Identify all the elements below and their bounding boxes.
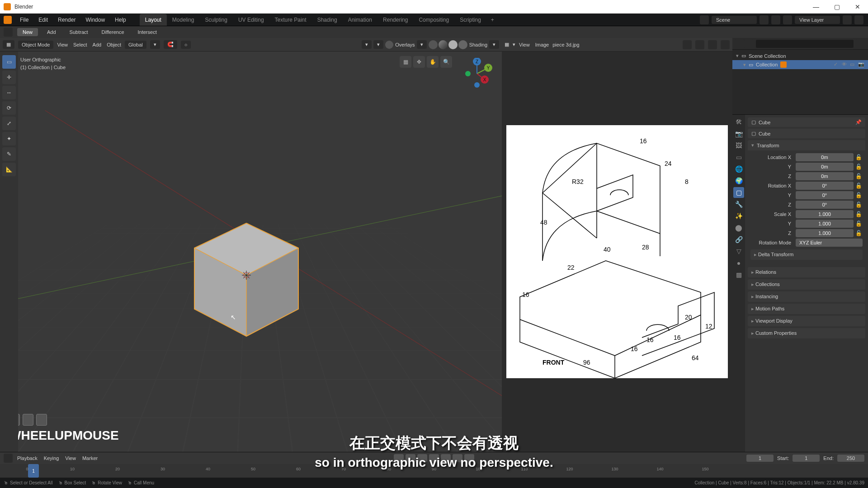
proptab-render-icon[interactable]: 📷 xyxy=(733,128,744,139)
blender-icon[interactable] xyxy=(4,16,12,24)
outliner-type-icon[interactable] xyxy=(735,39,744,48)
disable-render-icon[interactable]: 📷 xyxy=(858,61,864,68)
image-canvas[interactable]: 16 24 8 R32 48 40 28 16 22 96 64 20 16 1… xyxy=(502,52,732,452)
overlays-toggle[interactable] xyxy=(385,41,393,49)
instancing-panel[interactable]: ▸ Instancing xyxy=(748,291,865,302)
tl-menu-keying[interactable]: Keying xyxy=(44,455,59,461)
proptab-data-icon[interactable]: ▽ xyxy=(733,246,744,257)
mode-dropdown[interactable]: Object Mode xyxy=(18,41,53,49)
timeline-type-icon[interactable] xyxy=(4,454,13,463)
rotation-x-field[interactable]: 0° xyxy=(796,182,854,190)
tool-measure[interactable]: 📐 xyxy=(2,163,16,176)
proportional-toggle[interactable]: ○ xyxy=(181,41,191,49)
workspace-tab-compositing[interactable]: Compositing xyxy=(413,14,454,26)
proptab-material-icon[interactable]: ● xyxy=(733,258,744,268)
vp-menu-object[interactable]: Object xyxy=(107,42,121,47)
end-frame-field[interactable]: 250 xyxy=(837,455,864,462)
vp-menu-view[interactable]: View xyxy=(57,42,68,47)
viewlayer-browse-icon[interactable] xyxy=(783,15,792,24)
workspace-tab-modeling[interactable]: Modeling xyxy=(167,14,200,26)
viewlayer-delete-icon[interactable] xyxy=(854,15,863,24)
hide-render-icon[interactable]: ▭ xyxy=(850,61,856,68)
autokey-toggle[interactable] xyxy=(394,454,404,462)
workspace-tab-sculpting[interactable]: Sculpting xyxy=(200,14,233,26)
cube-object[interactable] xyxy=(194,223,298,336)
proptab-texture-icon[interactable]: ▩ xyxy=(733,269,744,280)
viewlayer-new-icon[interactable] xyxy=(843,15,852,24)
viewport-display-panel[interactable]: ▸ Viewport Display xyxy=(748,316,865,326)
object-visibility-dropdown[interactable]: ▾ xyxy=(362,40,372,49)
timeline-ruler[interactable]: 1 0102030405060708090100110120130140150 xyxy=(0,464,868,478)
image-name-field[interactable]: piece 3d.jpg xyxy=(552,42,679,47)
tl-menu-view[interactable]: View xyxy=(65,455,76,461)
image-editor[interactable]: ▦ ▾ View Image piece 3d.jpg xyxy=(502,38,732,452)
play-reverse-button[interactable] xyxy=(429,454,439,462)
tool-transform[interactable]: ✦ xyxy=(2,132,16,145)
menu-window[interactable]: Window xyxy=(81,15,109,25)
workspace-tab-scripting[interactable]: Scripting xyxy=(454,14,486,26)
pin-icon[interactable]: 📌 xyxy=(855,119,862,125)
lock-icon[interactable]: 🔓 xyxy=(855,154,863,160)
gizmo-grid-icon[interactable]: ▦ xyxy=(400,56,411,68)
scale-z-field[interactable]: 1.000 xyxy=(796,229,854,237)
tl-menu-marker[interactable]: Marker xyxy=(82,455,98,461)
play-button[interactable] xyxy=(441,454,451,462)
tool-rotate[interactable]: ⟳ xyxy=(2,101,16,115)
jump-end-button[interactable] xyxy=(464,454,474,462)
properties-panel[interactable]: 🛠 📷 🖼 ▭ 🌐 🌍 ▢ 🔧 ✨ ⬤ 🔗 ▽ ● ▩ ▢Cube 📌 xyxy=(732,115,868,452)
transform-panel-header[interactable]: ▾Transform xyxy=(748,140,865,150)
tool-scale[interactable]: ⤢ xyxy=(2,117,16,130)
location-x-field[interactable]: 0m xyxy=(796,153,854,161)
shading-wireframe-button[interactable] xyxy=(429,40,438,49)
bool-new-button[interactable]: New xyxy=(17,28,38,36)
object-name-field[interactable]: ▢Cube xyxy=(748,129,865,138)
scene-name-field[interactable]: Scene xyxy=(712,16,757,24)
proptab-scene-icon[interactable]: 🌐 xyxy=(733,164,744,174)
gizmo-hand-icon[interactable]: ✋ xyxy=(427,56,439,68)
scale-x-field[interactable]: 1.000 xyxy=(796,210,854,218)
pivot-dropdown[interactable]: ▾ xyxy=(150,40,160,49)
vp-menu-select[interactable]: Select xyxy=(73,42,87,47)
tool-select[interactable]: ▭ xyxy=(2,55,16,69)
gizmo-arrows-icon[interactable]: ✥ xyxy=(413,56,425,68)
snap-toggle[interactable]: 🧲 xyxy=(164,40,177,49)
image-fake-user-icon[interactable] xyxy=(721,40,730,49)
minimize-button[interactable]: — xyxy=(806,0,826,14)
outliner-panel[interactable]: ▾▭Scene Collection ▾▭Collection ✓ 👁 ▭ 📷 xyxy=(732,38,868,115)
current-frame-field[interactable]: 1 xyxy=(746,455,774,462)
bool-intersect-button[interactable]: Intersect xyxy=(133,28,161,36)
viewport-3d[interactable]: ▦ Object Mode View Select Add Object Glo… xyxy=(0,38,502,452)
scale-y-field[interactable]: 1.000 xyxy=(796,220,854,228)
gizmo-zoom-icon[interactable]: 🔍 xyxy=(440,56,452,68)
relations-panel[interactable]: ▸ Relations xyxy=(748,267,865,277)
outliner-search-input[interactable] xyxy=(756,40,854,48)
proptab-object-icon[interactable]: ▢ xyxy=(733,187,744,198)
hide-viewport-icon[interactable]: 👁 xyxy=(842,61,848,68)
scene-new-icon[interactable] xyxy=(760,15,769,24)
close-button[interactable]: ✕ xyxy=(847,0,868,14)
viewlayer-name-field[interactable]: View Layer xyxy=(795,16,840,24)
menu-file[interactable]: File xyxy=(15,15,33,25)
rotation-y-field[interactable]: 0° xyxy=(796,191,854,199)
workspace-tab-layout[interactable]: Layout xyxy=(140,14,167,26)
bool-subtract-button[interactable]: Subtract xyxy=(65,28,93,36)
tl-menu-playback[interactable]: Playback xyxy=(17,455,38,461)
custom-properties-panel[interactable]: ▸ Custom Properties xyxy=(748,328,865,338)
maximize-button[interactable]: ▢ xyxy=(826,0,847,14)
scene-browse-icon[interactable] xyxy=(700,15,709,24)
timeline-playhead[interactable]: 1 xyxy=(28,464,39,478)
proptab-modifier-icon[interactable]: 🔧 xyxy=(733,199,744,210)
outliner-collection[interactable]: ▾▭Collection ✓ 👁 ▭ 📷 xyxy=(732,60,868,69)
workspace-tab-rendering[interactable]: Rendering xyxy=(377,14,413,26)
menu-edit[interactable]: Edit xyxy=(34,15,52,25)
bool-add-button[interactable]: Add xyxy=(42,28,61,36)
workspace-tab-uv[interactable]: UV Editing xyxy=(233,14,269,26)
rotation-z-field[interactable]: 0° xyxy=(796,201,854,209)
image-mode-dropdown[interactable]: ▾ xyxy=(513,42,515,47)
rotation-mode-dropdown[interactable]: XYZ Euler xyxy=(796,239,863,247)
ie-menu-view[interactable]: View xyxy=(519,42,530,47)
vp-menu-add[interactable]: Add xyxy=(93,42,102,47)
timeline-editor[interactable]: Playback Keying View Marker 1 Start: 1 E… xyxy=(0,452,868,477)
jump-prev-button[interactable] xyxy=(417,454,427,462)
exclude-toggle-icon[interactable]: ✓ xyxy=(834,61,840,68)
